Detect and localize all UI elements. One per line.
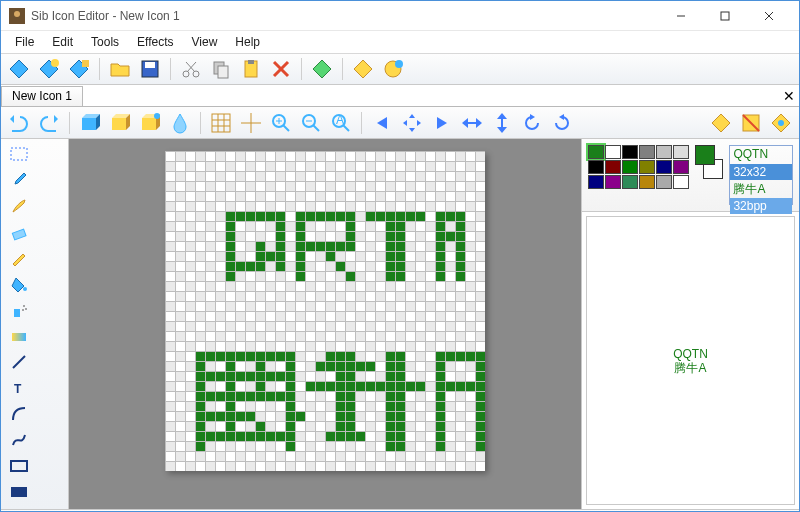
arc-tool[interactable] [5,403,33,425]
menu-help[interactable]: Help [227,33,268,51]
spray-tool[interactable] [5,299,33,321]
save-button[interactable] [138,57,162,81]
maximize-button[interactable] [703,2,747,30]
svg-marker-27 [10,115,14,123]
app-icon [9,8,25,24]
canvas-zone [69,139,581,509]
cube2-icon[interactable] [108,111,132,135]
svg-marker-63 [476,118,482,128]
zoom-in-button[interactable] [269,111,293,135]
zoom-icon [746,509,770,513]
menubar: File Edit Tools Effects View Help [1,31,799,53]
move-right-button[interactable] [430,111,454,135]
svg-point-13 [183,71,189,77]
new-icon-button[interactable] [7,57,31,81]
move-all-button[interactable] [400,111,424,135]
svg-text:A: A [336,113,344,127]
menu-tools[interactable]: Tools [83,33,127,51]
svg-rect-75 [11,148,27,160]
copy-button[interactable] [209,57,233,81]
rotate-ccw-button[interactable] [520,111,544,135]
close-button[interactable] [747,2,791,30]
export1-button[interactable] [351,57,375,81]
svg-point-38 [154,113,160,119]
svg-line-16 [186,62,195,72]
brush-tool[interactable] [5,195,33,217]
svg-point-81 [25,308,27,310]
menu-view[interactable]: View [184,33,226,51]
effects2-button[interactable] [739,111,763,135]
rect-fill-tool[interactable] [5,481,33,503]
work-area: T QQTN 32x32 腾牛A 32bpp QQTN腾牛 [1,139,799,509]
line-tool[interactable] [5,351,33,373]
redo-button[interactable] [37,111,61,135]
select-tool[interactable] [5,143,33,165]
svg-marker-59 [403,120,407,126]
flip-h-button[interactable] [460,111,484,135]
flip-v-button[interactable] [490,111,514,135]
grid-icon[interactable] [209,111,233,135]
export2-button[interactable] [381,57,405,81]
eyedropper-tool[interactable] [5,169,33,191]
open-button[interactable] [108,57,132,81]
svg-marker-28 [54,115,58,123]
delete-button[interactable] [269,57,293,81]
svg-marker-70 [712,114,730,132]
menu-effects[interactable]: Effects [129,33,181,51]
eraser-tool[interactable] [5,221,33,243]
format-list[interactable]: QQTN 32x32 腾牛A 32bpp [729,145,793,205]
effects3-button[interactable] [769,111,793,135]
zoom-out-button[interactable] [299,111,323,135]
svg-point-78 [23,287,27,291]
move-left-button[interactable] [370,111,394,135]
svg-marker-68 [530,114,535,120]
cube3-icon[interactable] [138,111,162,135]
svg-text:T: T [14,382,22,396]
cut-button[interactable] [179,57,203,81]
rotate-cw-button[interactable] [550,111,574,135]
svg-rect-83 [12,333,26,341]
effects1-button[interactable] [709,111,733,135]
svg-rect-39 [212,114,230,132]
svg-rect-20 [248,60,254,64]
import-button[interactable] [310,57,334,81]
tab-active[interactable]: New Icon 1 [1,86,83,106]
menu-edit[interactable]: Edit [44,33,81,51]
cube1-icon[interactable] [78,111,102,135]
pixel-canvas[interactable] [165,151,485,471]
svg-rect-86 [11,461,27,471]
minimize-button[interactable] [659,2,703,30]
undo-button[interactable] [7,111,31,135]
droplet-icon[interactable] [168,111,192,135]
color-palette[interactable] [588,145,689,205]
fill-tool[interactable] [5,273,33,295]
svg-point-82 [22,309,24,311]
curve-tool[interactable] [5,429,33,451]
svg-point-26 [395,60,403,68]
svg-marker-65 [497,113,507,119]
new-icon3-button[interactable] [67,57,91,81]
canvas-frame [165,151,485,471]
text-tool[interactable]: T [5,377,33,399]
svg-point-74 [778,120,784,126]
zoom-fit-button[interactable]: A [329,111,353,135]
fg-bg-swatch[interactable] [695,145,723,179]
svg-rect-12 [145,62,155,68]
svg-rect-76 [12,229,26,240]
cursor-pos-icon [7,509,31,513]
tab-close-button[interactable]: ✕ [779,86,799,106]
tab-strip: New Icon 1 ✕ [1,85,799,107]
window-title: Sib Icon Editor - New Icon 1 [31,9,659,23]
pencil-tool[interactable] [5,247,33,269]
svg-marker-60 [417,120,421,126]
gradient-tool[interactable] [5,325,33,347]
main-toolbar [1,53,799,85]
menu-file[interactable]: File [7,33,42,51]
svg-rect-10 [82,60,89,67]
svg-rect-35 [142,118,156,130]
rect-tool[interactable] [5,455,33,477]
paste-button[interactable] [239,57,263,81]
new-icon2-button[interactable] [37,57,61,81]
crosshair-icon[interactable] [239,111,263,135]
edit-toolbar: A [1,107,799,139]
